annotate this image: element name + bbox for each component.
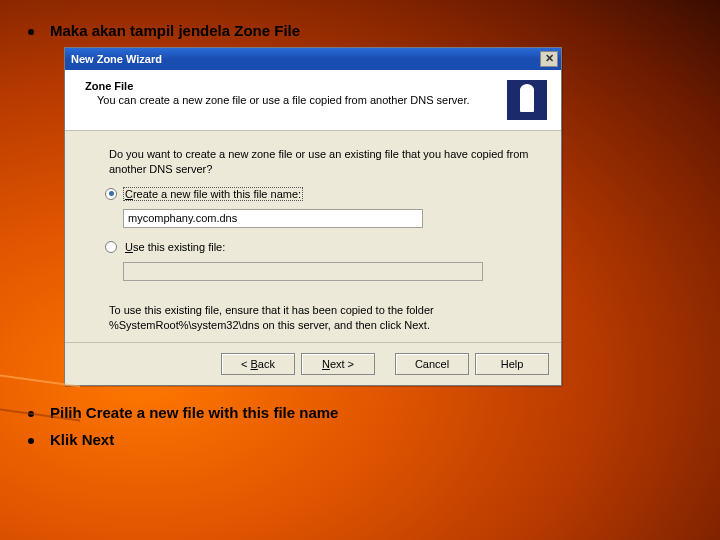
wizard-button-row: < Back Next > Cancel Help [65,342,561,385]
new-zone-wizard-dialog: New Zone Wizard ✕ Zone File You can crea… [64,47,562,386]
wizard-header-text: Zone File You can create a new zone file… [85,80,507,106]
cancel-button[interactable]: Cancel [395,353,469,375]
close-button[interactable]: ✕ [540,51,558,67]
back-button[interactable]: < Back [221,353,295,375]
close-icon: ✕ [545,52,554,64]
existing-file-input [123,262,483,281]
wizard-body: Do you want to create a new zone file or… [65,131,561,342]
bullet-2-text: Pilih Create a new file with this file n… [50,404,338,421]
bullet-2: Pilih Create a new file with this file n… [28,404,692,421]
slide: Maka akan tampil jendela Zone File New Z… [0,0,720,478]
option-use-existing[interactable]: Use this existing file: [105,240,533,254]
existing-file-hint: To use this existing file, ensure that i… [109,303,533,333]
wizard-header-subtitle: You can create a new zone file or use a … [97,94,497,106]
wizard-header: Zone File You can create a new zone file… [65,70,561,131]
bullet-3: Klik Next [28,431,692,448]
option-create-new-label: Create a new file with this file name: [123,187,303,201]
bullet-dot [28,29,34,35]
bullet-dot [28,411,34,417]
bullet-1: Maka akan tampil jendela Zone File [28,22,692,39]
filename-input[interactable] [123,209,423,228]
titlebar: New Zone Wizard ✕ [65,48,561,70]
radio-use-existing[interactable] [105,241,117,253]
bullet-dot [28,438,34,444]
bullet-1-text: Maka akan tampil jendela Zone File [50,22,300,39]
bullet-3-text: Klik Next [50,431,114,448]
help-button[interactable]: Help [475,353,549,375]
wizard-header-title: Zone File [85,80,497,92]
radio-create-new[interactable] [105,188,117,200]
wizard-question: Do you want to create a new zone file or… [109,147,533,177]
option-create-new[interactable]: Create a new file with this file name: [105,187,533,201]
next-button[interactable]: Next > [301,353,375,375]
server-icon [507,80,547,120]
option-use-existing-label: Use this existing file: [123,240,227,254]
window-title: New Zone Wizard [71,53,162,65]
